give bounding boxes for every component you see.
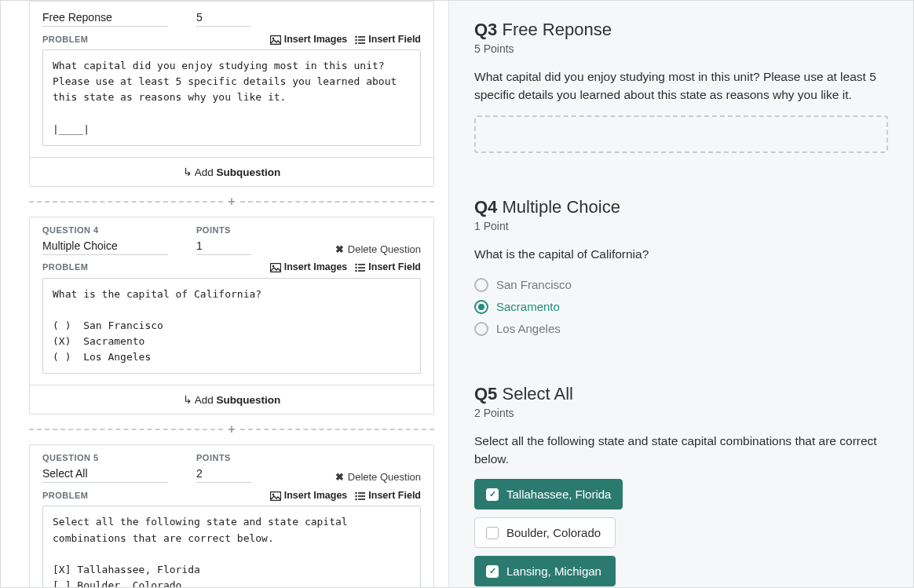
- insert-images-label: Insert Images: [284, 34, 348, 45]
- question-card-3: PROBLEM Insert Images Insert Field: [29, 1, 434, 187]
- svg-rect-11: [358, 264, 365, 265]
- editor-pane: PROBLEM Insert Images Insert Field: [1, 1, 448, 587]
- insert-images-button[interactable]: Insert Images: [270, 489, 348, 501]
- question-card-5: QUESTION 5 POINTS ✖ Delete Question PROB…: [29, 444, 434, 587]
- svg-point-14: [356, 270, 357, 272]
- radio-option[interactable]: San Francisco: [474, 274, 888, 296]
- checkbox-label: Lansing, Michigan: [506, 564, 601, 578]
- insert-field-button[interactable]: Insert Field: [355, 33, 421, 45]
- insert-images-button[interactable]: Insert Images: [270, 261, 348, 273]
- close-icon: ✖: [335, 243, 344, 255]
- svg-point-20: [356, 495, 357, 497]
- delete-question-button[interactable]: ✖ Delete Question: [335, 243, 421, 255]
- points-input[interactable]: [196, 238, 251, 255]
- sub-arrow-icon: ↳: [183, 394, 192, 406]
- preview-question-4: Q4 Multiple Choice 1 Point What is the c…: [474, 197, 888, 340]
- question-index-label: QUESTION 5: [42, 453, 168, 462]
- preview-body: What is the capital of California?: [474, 245, 888, 263]
- problem-label: PROBLEM: [42, 35, 89, 44]
- add-sub-prefix: Add: [195, 394, 214, 406]
- checkbox-option[interactable]: ✓ Lansing, Michigan: [474, 556, 616, 586]
- preview-title: Q5 Select All: [474, 384, 888, 404]
- points-label: POINTS: [196, 225, 251, 235]
- free-response-input[interactable]: [474, 115, 888, 153]
- svg-point-22: [356, 499, 357, 500]
- image-icon: [270, 33, 281, 45]
- svg-point-2: [356, 35, 357, 37]
- insert-field-label: Insert Field: [368, 34, 421, 45]
- radio-icon: [474, 322, 488, 336]
- preview-qtype: Select All: [502, 384, 573, 404]
- list-icon: [355, 489, 365, 501]
- delete-question-label: Delete Question: [348, 243, 421, 255]
- insert-field-button[interactable]: Insert Field: [355, 489, 421, 501]
- radio-option[interactable]: Sacramento: [474, 296, 888, 318]
- preview-qtype: Free Reponse: [502, 20, 611, 39]
- close-icon: ✖: [335, 471, 344, 483]
- add-subquestion-button[interactable]: ↳Add Subquestion: [30, 385, 433, 414]
- preview-qnum: Q3: [474, 20, 497, 39]
- question-separator: +: [29, 195, 434, 209]
- question-separator: +: [29, 422, 434, 436]
- problem-label: PROBLEM: [42, 262, 89, 272]
- question-title-input[interactable]: [42, 238, 168, 255]
- problem-textarea[interactable]: Select all the following state and state…: [42, 506, 421, 587]
- add-question-button[interactable]: +: [228, 422, 235, 436]
- add-sub-bold: Subquestion: [217, 394, 281, 406]
- preview-points: 1 Point: [474, 220, 888, 232]
- app-root: PROBLEM Insert Images Insert Field: [0, 0, 914, 588]
- preview-qnum: Q4: [474, 197, 497, 217]
- add-question-button[interactable]: +: [228, 195, 235, 209]
- add-sub-prefix: Add: [195, 166, 214, 178]
- preview-points: 2 Points: [474, 407, 888, 419]
- svg-point-9: [272, 265, 274, 268]
- list-icon: [355, 261, 365, 273]
- sub-arrow-icon: ↳: [183, 166, 192, 178]
- delete-question-button[interactable]: ✖ Delete Question: [335, 471, 421, 483]
- radio-group: San Francisco Sacramento Los Angeles: [474, 274, 888, 340]
- svg-rect-7: [358, 42, 365, 44]
- image-icon: [270, 261, 281, 273]
- insert-field-button[interactable]: Insert Field: [355, 261, 421, 273]
- question-title-input[interactable]: [42, 9, 168, 27]
- svg-rect-0: [270, 35, 280, 44]
- preview-question-3: Q3 Free Reponse 5 Points What capital di…: [474, 20, 888, 153]
- question-card-4: QUESTION 4 POINTS ✖ Delete Question PROB…: [29, 217, 434, 415]
- problem-textarea[interactable]: What capital did you enjoy studying most…: [42, 49, 421, 146]
- insert-images-label: Insert Images: [284, 490, 348, 501]
- points-input[interactable]: [196, 466, 251, 483]
- checkbox-icon: ✓: [486, 565, 499, 578]
- question-title-input[interactable]: [42, 466, 168, 483]
- add-sub-bold: Subquestion: [217, 166, 281, 178]
- svg-point-17: [272, 494, 274, 496]
- svg-rect-21: [358, 495, 365, 497]
- checkbox-option[interactable]: ✓ Tallahassee, Florida: [474, 479, 623, 509]
- image-icon: [270, 489, 281, 501]
- svg-point-18: [356, 492, 357, 494]
- preview-question-5: Q5 Select All 2 Points Select all the fo…: [474, 384, 888, 587]
- points-input[interactable]: [196, 9, 251, 27]
- checkbox-label: Boulder, Colorado: [506, 526, 601, 539]
- svg-rect-19: [358, 492, 365, 494]
- delete-question-label: Delete Question: [348, 471, 421, 483]
- svg-rect-23: [358, 499, 365, 500]
- checkbox-option[interactable]: ✓ Boulder, Colorado: [474, 517, 616, 548]
- radio-option[interactable]: Los Angeles: [474, 318, 888, 340]
- radio-icon: [474, 300, 488, 314]
- insert-images-button[interactable]: Insert Images: [270, 33, 348, 45]
- problem-textarea[interactable]: What is the capital of California? ( ) S…: [42, 278, 421, 374]
- preview-title: Q3 Free Reponse: [474, 20, 888, 40]
- svg-rect-15: [358, 270, 365, 272]
- svg-point-1: [272, 37, 274, 39]
- svg-rect-16: [270, 491, 280, 500]
- svg-rect-3: [358, 36, 365, 38]
- svg-point-12: [356, 267, 357, 268]
- add-subquestion-button[interactable]: ↳Add Subquestion: [30, 157, 433, 186]
- preview-body: What capital did you enjoy studying most…: [474, 68, 888, 104]
- checkbox-icon: ✓: [486, 527, 499, 539]
- checkbox-label: Tallahassee, Florida: [506, 488, 611, 501]
- preview-pane: Q3 Free Reponse 5 Points What capital di…: [448, 1, 913, 587]
- question-index-label: QUESTION 4: [42, 225, 168, 235]
- radio-label: San Francisco: [496, 278, 572, 291]
- preview-body: Select all the following state and state…: [474, 432, 888, 469]
